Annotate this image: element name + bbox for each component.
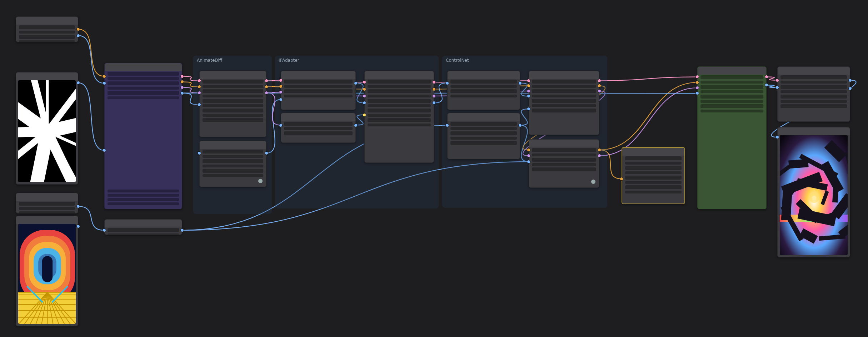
edge[interactable] — [599, 82, 697, 150]
node-row[interactable] — [284, 127, 353, 130]
node-row[interactable] — [368, 118, 431, 122]
node-row[interactable] — [368, 85, 431, 88]
port[interactable] — [527, 160, 530, 164]
port[interactable] — [363, 87, 366, 91]
node-n_ipC[interactable] — [364, 71, 434, 163]
node-row[interactable] — [700, 100, 763, 103]
port[interactable] — [265, 85, 268, 89]
edge[interactable] — [78, 206, 104, 230]
node-n_loadB[interactable] — [16, 193, 78, 213]
node-n_adiffB[interactable] — [199, 141, 266, 187]
node-row[interactable] — [19, 31, 75, 34]
node-row[interactable] — [780, 104, 847, 108]
node-row[interactable] — [625, 171, 682, 174]
port[interactable] — [518, 124, 522, 127]
node-row[interactable] — [108, 198, 179, 201]
port[interactable] — [76, 27, 80, 31]
node-row[interactable] — [532, 109, 596, 112]
port[interactable] — [354, 124, 358, 127]
node-row[interactable] — [108, 87, 179, 90]
node-row[interactable] — [19, 207, 75, 210]
node-row[interactable] — [700, 90, 763, 93]
node-row[interactable] — [108, 81, 179, 85]
node-row[interactable] — [19, 211, 75, 213]
port[interactable] — [180, 228, 184, 232]
port[interactable] — [76, 34, 80, 37]
node-row[interactable] — [108, 190, 179, 192]
port[interactable] — [432, 87, 436, 91]
node-row[interactable] — [450, 85, 517, 88]
node-row[interactable] — [108, 77, 179, 80]
port[interactable] — [76, 205, 80, 208]
node-row[interactable] — [625, 181, 682, 184]
port[interactable] — [180, 80, 184, 84]
node-row[interactable] — [108, 96, 179, 99]
node-row[interactable] — [203, 99, 263, 103]
node-row[interactable] — [284, 89, 353, 93]
node-n_vae[interactable] — [777, 66, 850, 122]
node-row[interactable] — [108, 233, 179, 235]
node-row[interactable] — [625, 166, 682, 170]
port[interactable] — [198, 85, 201, 89]
port[interactable] — [76, 225, 80, 228]
node-row[interactable] — [700, 75, 763, 79]
node-row[interactable] — [532, 167, 596, 171]
node-row[interactable] — [203, 118, 263, 122]
node-n_ipB[interactable] — [281, 113, 356, 143]
node-row[interactable] — [108, 91, 179, 95]
node-row[interactable] — [780, 85, 847, 89]
port[interactable] — [598, 89, 601, 93]
node-row[interactable] — [203, 159, 263, 163]
node-n_cnA[interactable] — [447, 71, 520, 110]
node-row[interactable] — [532, 104, 596, 107]
node-row[interactable] — [203, 104, 263, 107]
node-row[interactable] — [108, 194, 179, 197]
node-row[interactable] — [700, 95, 763, 99]
node-row[interactable] — [625, 176, 682, 180]
port[interactable] — [432, 94, 436, 98]
node-row[interactable] — [532, 89, 596, 93]
node-row[interactable] — [284, 80, 353, 84]
node-row[interactable] — [625, 185, 682, 189]
node-row[interactable] — [450, 89, 517, 93]
port[interactable] — [198, 151, 201, 155]
node-n_save[interactable] — [777, 127, 850, 257]
node-row[interactable] — [203, 109, 263, 112]
node-row[interactable] — [700, 104, 763, 108]
port[interactable] — [363, 94, 366, 98]
node-n_imgA[interactable] — [16, 72, 78, 185]
node-row[interactable] — [368, 114, 431, 117]
node-row[interactable] — [203, 174, 263, 177]
port[interactable] — [432, 101, 436, 105]
port[interactable] — [445, 81, 449, 85]
port[interactable] — [598, 79, 601, 82]
edge[interactable] — [78, 36, 104, 84]
port[interactable] — [695, 86, 699, 90]
port[interactable] — [279, 85, 283, 88]
node-row[interactable] — [780, 75, 847, 79]
port[interactable] — [775, 79, 779, 82]
port[interactable] — [527, 79, 530, 82]
knob-icon[interactable] — [258, 179, 263, 183]
port[interactable] — [848, 87, 852, 90]
edge[interactable] — [78, 29, 104, 76]
node-row[interactable] — [108, 202, 179, 205]
node-n_adiffA[interactable] — [199, 71, 266, 137]
port[interactable] — [765, 75, 768, 79]
port[interactable] — [620, 177, 623, 181]
node-n_cnB[interactable] — [447, 113, 520, 159]
node-row[interactable] — [368, 89, 431, 93]
node-row[interactable] — [780, 81, 847, 84]
port[interactable] — [527, 89, 530, 93]
node-row[interactable] — [625, 162, 682, 165]
port[interactable] — [180, 86, 184, 89]
node-row[interactable] — [532, 163, 596, 166]
node-n_ipA[interactable] — [281, 71, 356, 110]
node-row[interactable] — [284, 122, 353, 126]
node-row[interactable] — [450, 131, 517, 135]
port[interactable] — [279, 98, 283, 101]
node-row[interactable] — [450, 137, 517, 140]
node-row[interactable] — [368, 80, 431, 84]
port[interactable] — [354, 81, 358, 85]
port[interactable] — [765, 83, 768, 87]
